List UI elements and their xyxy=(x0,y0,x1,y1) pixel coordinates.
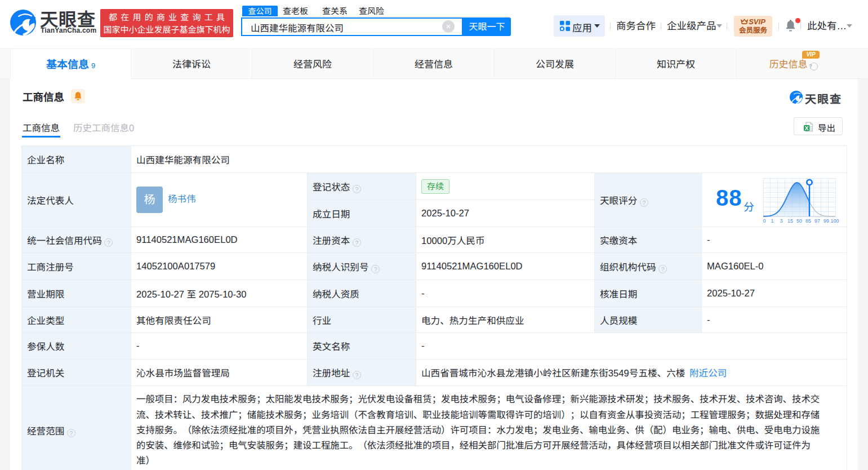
svg-text:0: 0 xyxy=(763,218,765,224)
svg-text:99: 99 xyxy=(824,218,829,224)
svg-text:3: 3 xyxy=(780,218,782,224)
svg-text:1: 1 xyxy=(771,218,773,224)
svg-text:15: 15 xyxy=(787,218,793,224)
svg-text:97: 97 xyxy=(814,218,820,224)
svg-text:85: 85 xyxy=(805,218,811,224)
svg-text:100: 100 xyxy=(830,218,839,224)
svg-text:50: 50 xyxy=(796,218,802,224)
